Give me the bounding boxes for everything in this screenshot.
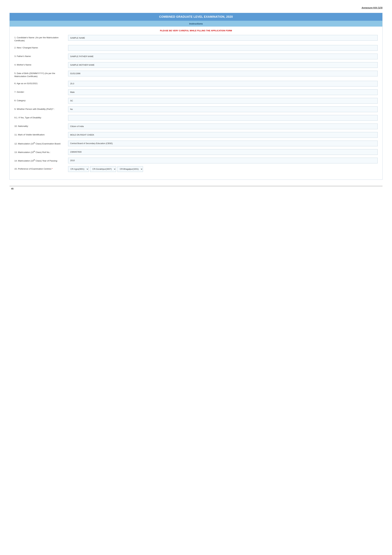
warning-text: PLEASE BE VERY CAREFUL WHILE FILLING THE…	[10, 27, 382, 33]
label-roll-no: 13. Matriculation (10th Class) Roll No.:	[14, 149, 68, 154]
field-visible-id: 11. Mark of Visible Identification:	[14, 132, 378, 138]
field-nationality: 10. Nationality:	[14, 124, 378, 129]
exam-centres-dropdowns: CR-Agra(3001) CR-Gorakhpur(3007) CR-Bhag…	[68, 166, 378, 172]
label-exam-centres: 15. Preference of Examination Centres:*	[14, 166, 68, 170]
pwd-input[interactable]	[68, 106, 378, 112]
label-mother-name: 4. Mother's Name:	[14, 62, 68, 66]
annexure-title: Annexure-IVA (1/3)	[362, 6, 383, 9]
label-gender: 7. Gender:	[14, 89, 68, 94]
input-gender	[68, 89, 378, 95]
label-candidate-name: 1. Candidate's Name: (As per the Matricu…	[14, 35, 68, 42]
input-dob	[68, 71, 378, 76]
changed-name-input[interactable]	[68, 45, 378, 51]
field-exam-board: 12. Matriculation (10th Class) Examinati…	[14, 141, 378, 146]
field-exam-centres: 15. Preference of Examination Centres:* …	[14, 166, 378, 172]
label-changed-name: 2. New / Changed Name:	[14, 45, 68, 49]
dob-input[interactable]	[68, 71, 378, 76]
input-exam-centres: CR-Agra(3001) CR-Gorakhpur(3007) CR-Bhag…	[68, 166, 378, 172]
label-year-passing: 14. Matriculation (10th Class) Year of P…	[14, 158, 68, 162]
label-exam-board: 12. Matriculation (10th Class) Examinati…	[14, 141, 68, 145]
visible-id-input[interactable]	[68, 132, 378, 138]
input-candidate-name	[68, 35, 378, 41]
field-candidate-name: 1. Candidate's Name: (As per the Matricu…	[14, 35, 378, 42]
label-category: 8. Category:	[14, 98, 68, 102]
field-category: 8. Category:	[14, 98, 378, 104]
input-category	[68, 98, 378, 104]
annexure-header: Annexure-IVA (1/3)	[9, 6, 383, 9]
label-father-name: 3. Father's Name:	[14, 54, 68, 58]
input-visible-id	[68, 132, 378, 138]
field-pwd: 9. Whether Person with Disability (PwD)?…	[14, 106, 378, 112]
warning-section: PLEASE BE VERY CAREFUL WHILE FILLING THE…	[10, 27, 382, 33]
input-roll-no	[68, 149, 378, 155]
field-mother-name: 4. Mother's Name:	[14, 62, 378, 68]
input-mother-name	[68, 62, 378, 68]
label-age: 6. Age as on 01/01/2021:	[14, 81, 68, 85]
field-year-passing: 14. Matriculation (10th Class) Year of P…	[14, 158, 378, 163]
field-roll-no: 13. Matriculation (10th Class) Roll No.:	[14, 149, 378, 155]
field-changed-name: 2. New / Changed Name:	[14, 45, 378, 51]
disability-type-input[interactable]	[68, 115, 378, 121]
input-pwd	[68, 106, 378, 112]
father-name-input[interactable]	[68, 54, 378, 59]
exam-centre-3-select[interactable]: CR-Bhagalpur(3201)	[117, 166, 143, 172]
label-disability-type: 9.1. If Yes, Type of Disability:	[14, 115, 68, 119]
input-disability-type	[68, 115, 378, 121]
gender-input[interactable]	[68, 89, 378, 95]
exam-centre-1-select[interactable]: CR-Agra(3001)	[68, 166, 89, 172]
exam-centre-2-select[interactable]: CR-Gorakhpur(3007)	[90, 166, 116, 172]
field-dob: 5. Date of Birth (DD/MM/YYYY) (As per th…	[14, 71, 378, 78]
nationality-input[interactable]	[68, 124, 378, 129]
page-number: 45	[9, 187, 14, 190]
field-disability-type: 9.1. If Yes, Type of Disability:	[14, 115, 378, 121]
field-gender: 7. Gender:	[14, 89, 378, 95]
age-input[interactable]	[68, 81, 378, 87]
year-passing-input[interactable]	[68, 158, 378, 163]
instructions-bar: Instructions	[10, 21, 382, 27]
input-nationality	[68, 124, 378, 129]
field-age: 6. Age as on 01/01/2021:	[14, 81, 378, 87]
title-bar: COMBINED GRADUATE LEVEL EXAMINATION, 202…	[10, 13, 382, 21]
exam-board-input[interactable]	[68, 141, 378, 146]
label-nationality: 10. Nationality:	[14, 124, 68, 128]
footer-line: 45	[9, 186, 383, 190]
main-container: COMBINED GRADUATE LEVEL EXAMINATION, 202…	[9, 13, 383, 180]
field-father-name: 3. Father's Name:	[14, 54, 378, 59]
label-visible-id: 11. Mark of Visible Identification:	[14, 132, 68, 136]
input-exam-board	[68, 141, 378, 146]
form-body: 1. Candidate's Name: (As per the Matricu…	[10, 33, 382, 180]
input-age	[68, 81, 378, 87]
label-pwd: 9. Whether Person with Disability (PwD)?…	[14, 106, 68, 111]
required-star: *	[52, 168, 52, 170]
label-dob: 5. Date of Birth (DD/MM/YYYY) (As per th…	[14, 71, 68, 78]
category-input[interactable]	[68, 98, 378, 104]
input-changed-name	[68, 45, 378, 51]
input-year-passing	[68, 158, 378, 163]
roll-no-input[interactable]	[68, 149, 378, 155]
input-father-name	[68, 54, 378, 59]
candidate-name-input[interactable]	[68, 35, 378, 41]
mother-name-input[interactable]	[68, 62, 378, 68]
